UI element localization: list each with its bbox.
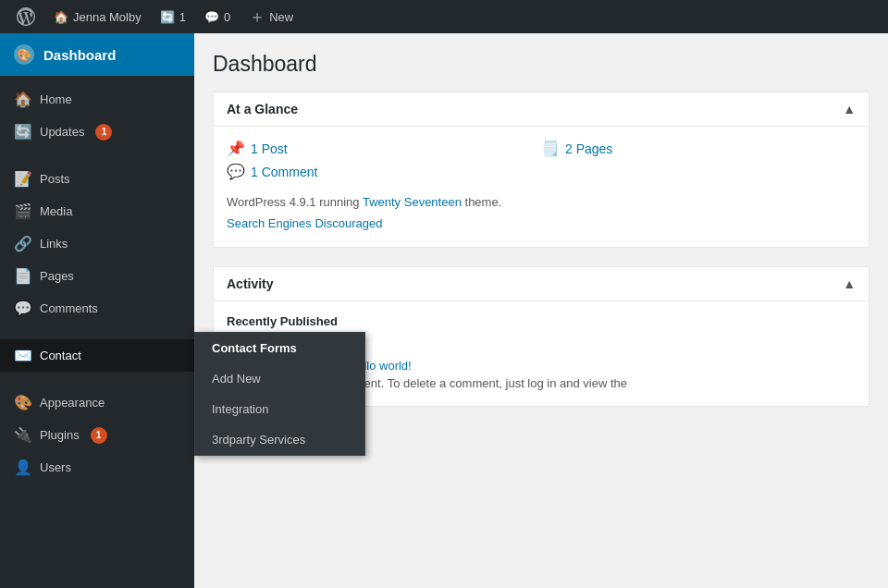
contact-flyout-3rdparty[interactable]: 3rdparty Services xyxy=(195,424,364,455)
at-a-glance-body: 📌 1 Post 🗒️ 2 Pages 💬 1 Comment WordPres… xyxy=(214,127,869,247)
users-icon: 👤 xyxy=(14,459,32,476)
plugins-badge: 1 xyxy=(91,427,107,444)
sidebar-item-comments[interactable]: 💬 Comments xyxy=(0,292,194,325)
activity-title: Activity xyxy=(227,276,274,291)
adminbar-site-name[interactable]: 🏠 Jenna Molby xyxy=(44,0,151,33)
layout: 🎨 Dashboard 🏠 Home 🔄 Updates 1 📝 Posts 🎬… xyxy=(0,33,888,588)
home-sidebar-icon: 🏠 xyxy=(14,91,32,108)
theme-link[interactable]: Twenty Seventeen xyxy=(363,195,462,209)
sidebar-item-home[interactable]: 🏠 Home xyxy=(0,83,194,116)
pages-icon: 📄 xyxy=(14,267,32,285)
page-title: Dashboard xyxy=(213,52,870,77)
activity-toggle[interactable]: ▲ xyxy=(843,276,856,291)
home-icon: 🏠 xyxy=(54,10,68,24)
plus-icon: ＋ xyxy=(249,6,265,28)
sidebar-item-users[interactable]: 👤 Users xyxy=(0,451,194,484)
adminbar-new[interactable]: ＋ New xyxy=(240,0,302,33)
sidebar-item-plugins[interactable]: 🔌 Plugins 1 xyxy=(0,419,194,451)
contact-flyout-add-new[interactable]: Add New xyxy=(195,363,364,394)
wp-logo[interactable] xyxy=(7,0,44,33)
pin-icon: 📌 xyxy=(227,140,245,157)
adminbar-updates[interactable]: 🔄 1 xyxy=(151,0,195,33)
search-engines-link[interactable]: Search Engines Discouraged xyxy=(227,214,856,234)
page-icon: 🗒️ xyxy=(541,140,560,157)
updates-icon: 🔄 xyxy=(14,123,32,141)
links-icon: 🔗 xyxy=(14,235,32,252)
at-a-glance-header: At a Glance ▲ xyxy=(214,92,869,127)
sidebar-home-section: 🏠 Home 🔄 Updates 1 xyxy=(0,76,194,155)
posts-icon: 📝 xyxy=(14,170,32,188)
appearance-icon: 🎨 xyxy=(14,394,32,411)
sidebar-nav-section: 📝 Posts 🎬 Media 🔗 Links 📄 Pages 💬 Commen… xyxy=(0,155,194,332)
sidebar-header: 🎨 Dashboard xyxy=(0,33,194,76)
sidebar-item-contact[interactable]: ✉️ Contact xyxy=(0,339,194,372)
sidebar-item-links[interactable]: 🔗 Links xyxy=(0,227,194,260)
glance-posts[interactable]: 📌 1 Post xyxy=(227,140,541,157)
sidebar-item-media[interactable]: 🎬 Media xyxy=(0,195,194,227)
updates-badge: 1 xyxy=(95,124,112,141)
contact-flyout-integration[interactable]: Integration xyxy=(195,394,364,424)
at-a-glance-title: At a Glance xyxy=(227,102,298,116)
recently-published-label: Recently Published xyxy=(227,314,856,328)
dashboard-icon: 🎨 xyxy=(14,44,34,65)
contact-flyout: Contact Forms Add New Integration 3rdpar… xyxy=(194,332,365,456)
activity-header: Activity ▲ xyxy=(214,267,869,301)
main-content: Dashboard At a Glance ▲ 📌 1 Post 🗒️ 2 Pa… xyxy=(194,33,888,588)
glance-pages[interactable]: 🗒️ 2 Pages xyxy=(541,140,856,157)
sidebar-contact-section: ✉️ Contact Contact Forms Add New Integra… xyxy=(0,332,194,379)
bubble-icon: 💬 xyxy=(227,163,245,180)
refresh-icon: 🔄 xyxy=(160,10,175,24)
glance-comments[interactable]: 💬 1 Comment xyxy=(227,163,541,180)
glance-grid: 📌 1 Post 🗒️ 2 Pages 💬 1 Comment xyxy=(227,140,856,180)
plugins-icon: 🔌 xyxy=(14,426,32,444)
admin-bar: 🏠 Jenna Molby 🔄 1 💬 0 ＋ New xyxy=(0,0,888,33)
at-a-glance-widget: At a Glance ▲ 📌 1 Post 🗒️ 2 Pages 💬 1 C xyxy=(213,92,870,248)
media-icon: 🎬 xyxy=(14,202,32,220)
adminbar-comments[interactable]: 💬 0 xyxy=(195,0,240,33)
sidebar-item-updates[interactable]: 🔄 Updates 1 xyxy=(0,116,194,148)
sidebar-item-appearance[interactable]: 🎨 Appearance xyxy=(0,386,194,419)
sidebar-item-posts[interactable]: 📝 Posts xyxy=(0,163,194,195)
comments-icon: 💬 xyxy=(14,300,32,317)
contact-flyout-forms[interactable]: Contact Forms xyxy=(195,333,364,363)
glance-footer: WordPress 4.9.1 running Twenty Seventeen… xyxy=(227,193,856,234)
contact-icon: ✉️ xyxy=(14,347,32,364)
sidebar: 🎨 Dashboard 🏠 Home 🔄 Updates 1 📝 Posts 🎬… xyxy=(0,33,194,588)
sidebar-item-pages[interactable]: 📄 Pages xyxy=(0,260,194,292)
comment-icon: 💬 xyxy=(204,10,219,24)
sidebar-bottom-section: 🎨 Appearance 🔌 Plugins 1 👤 Users xyxy=(0,379,194,491)
at-a-glance-toggle[interactable]: ▲ xyxy=(843,102,856,116)
